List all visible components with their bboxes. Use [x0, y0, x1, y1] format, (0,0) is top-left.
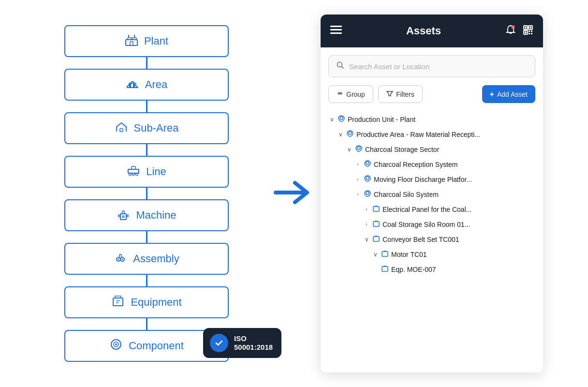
- assembly-icon: [114, 251, 127, 267]
- toolbar: Group Filters + Add Asset: [328, 85, 535, 103]
- hierarchy-node-subarea: Sub-Area: [64, 112, 229, 144]
- hierarchy-node-line: Line: [64, 156, 229, 188]
- mobile-app: Assets: [321, 15, 543, 372]
- svg-rect-26: [330, 29, 342, 30]
- area-label: Area: [145, 78, 167, 91]
- line-icon: [127, 164, 140, 180]
- tree-item-4[interactable]: › Moving Floor Discharge Platfor...: [328, 172, 535, 187]
- toggle-1[interactable]: ∨: [337, 131, 344, 138]
- header-title: Assets: [406, 25, 441, 37]
- loc-icon-3: [364, 160, 371, 168]
- svg-point-45: [349, 132, 352, 134]
- tree-text-1: Productive Area - Raw Material Recepti..…: [356, 131, 480, 138]
- svg-point-10: [132, 173, 135, 176]
- tree-item-7[interactable]: › Coal Storage Silo Room 01...: [328, 217, 535, 232]
- tree-item-3[interactable]: › Charcoal Reception System: [328, 157, 535, 172]
- iso-line1: ISO: [234, 334, 273, 343]
- iso-badge: ISO 50001:2018: [203, 328, 281, 358]
- app-header: Assets: [321, 15, 543, 47]
- hierarchy-node-machine: Machine: [64, 199, 229, 231]
- svg-rect-30: [525, 27, 527, 29]
- loc-icon-0: [338, 115, 345, 123]
- tree-item-1[interactable]: ∨ Productive Area - Raw Material Recepti…: [328, 127, 535, 142]
- tree-item-9[interactable]: ∨ Motor TC01: [328, 247, 535, 262]
- toggle-8[interactable]: ∨: [363, 236, 370, 243]
- assembly-label: Assembly: [133, 253, 179, 265]
- group-icon: [337, 90, 343, 98]
- tree-text-9: Motor TC01: [391, 251, 427, 258]
- asset-icon-6: [373, 205, 380, 213]
- svg-point-17: [118, 259, 119, 260]
- add-asset-button[interactable]: + Add Asset: [482, 85, 535, 103]
- hierarchy-node-equipment: Equipment: [64, 286, 229, 318]
- filter-icon: [386, 90, 393, 98]
- tree-item-5[interactable]: › Charcoal Silo System: [328, 187, 535, 202]
- svg-rect-37: [529, 33, 530, 34]
- toggle-3[interactable]: ›: [354, 162, 361, 167]
- svg-rect-7: [120, 129, 123, 132]
- svg-rect-27: [330, 32, 342, 34]
- toggle-2[interactable]: ∨: [346, 146, 353, 153]
- svg-rect-2: [132, 38, 136, 40]
- toggle-9[interactable]: ∨: [372, 251, 379, 258]
- subarea-icon: [115, 120, 128, 136]
- area-icon: [126, 76, 139, 93]
- svg-rect-51: [373, 222, 379, 226]
- machine-label: Machine: [136, 209, 176, 222]
- app-body: Search Asset or Location Group: [321, 47, 543, 372]
- add-asset-label: Add Asset: [497, 90, 528, 98]
- svg-point-24: [115, 343, 117, 345]
- loc-icon-2: [355, 145, 362, 153]
- hierarchy-node-assembly: Assembly: [64, 243, 229, 275]
- svg-rect-19: [113, 298, 123, 306]
- notification-icon[interactable]: [505, 25, 516, 38]
- component-label: Component: [129, 340, 184, 352]
- asset-icon-9: [382, 250, 388, 258]
- iso-line2: 50001:2018: [234, 343, 273, 352]
- filters-button[interactable]: Filters: [378, 85, 423, 103]
- equipment-icon: [111, 294, 125, 311]
- arrow-indicator: [271, 176, 314, 211]
- tree-text-7: Coal Storage Silo Room 01...: [382, 221, 470, 228]
- menu-icon[interactable]: [330, 24, 342, 38]
- tree-item-0[interactable]: ∨ Production Unit - Plant: [328, 112, 535, 127]
- tree-container: ∨ Production Unit - Plant ∨ Productive A…: [328, 112, 535, 277]
- asset-icon-8: [373, 235, 380, 243]
- subarea-label: Sub-Area: [134, 122, 179, 134]
- search-icon: [337, 61, 344, 71]
- svg-rect-36: [531, 30, 532, 32]
- tree-item-6[interactable]: › Electrical Panel for the Coal...: [328, 202, 535, 217]
- connector-2: [146, 101, 147, 112]
- toggle-5[interactable]: ›: [354, 192, 361, 197]
- tree-item-2[interactable]: ∨ Charcoal Storage Sector: [328, 142, 535, 157]
- tree-item-8[interactable]: ∨ Conveyor Belt Set TC001: [328, 232, 535, 247]
- tree-text-4: Moving Floor Discharge Platfor...: [374, 176, 472, 183]
- hierarchy-node-area: Area: [64, 69, 229, 101]
- svg-rect-35: [529, 30, 530, 32]
- svg-rect-5: [130, 42, 133, 45]
- svg-rect-1: [128, 38, 132, 40]
- toggle-7[interactable]: ›: [363, 222, 370, 227]
- add-icon: +: [490, 90, 494, 99]
- toggle-0[interactable]: ∨: [328, 116, 335, 123]
- connector-1: [146, 57, 147, 69]
- toggle-4[interactable]: ›: [354, 177, 361, 182]
- tree-text-0: Production Unit - Plant: [348, 116, 415, 123]
- svg-point-11: [136, 173, 138, 176]
- iso-text-block: ISO 50001:2018: [234, 334, 273, 352]
- toggle-6[interactable]: ›: [363, 207, 370, 212]
- asset-icon-10: [382, 265, 388, 273]
- svg-point-44: [340, 117, 343, 119]
- search-bar[interactable]: Search Asset or Location: [328, 55, 535, 77]
- svg-rect-34: [525, 31, 527, 33]
- group-button[interactable]: Group: [328, 85, 373, 103]
- loc-icon-4: [364, 175, 371, 183]
- asset-icon-7: [373, 220, 380, 228]
- svg-rect-32: [529, 27, 531, 29]
- tree-text-5: Charcoal Silo System: [374, 191, 439, 198]
- svg-point-46: [357, 147, 360, 149]
- qr-icon[interactable]: [523, 25, 533, 38]
- svg-rect-0: [126, 40, 137, 45]
- svg-line-40: [342, 67, 344, 69]
- tree-item-10[interactable]: › Eqp. MOE-007: [328, 262, 535, 277]
